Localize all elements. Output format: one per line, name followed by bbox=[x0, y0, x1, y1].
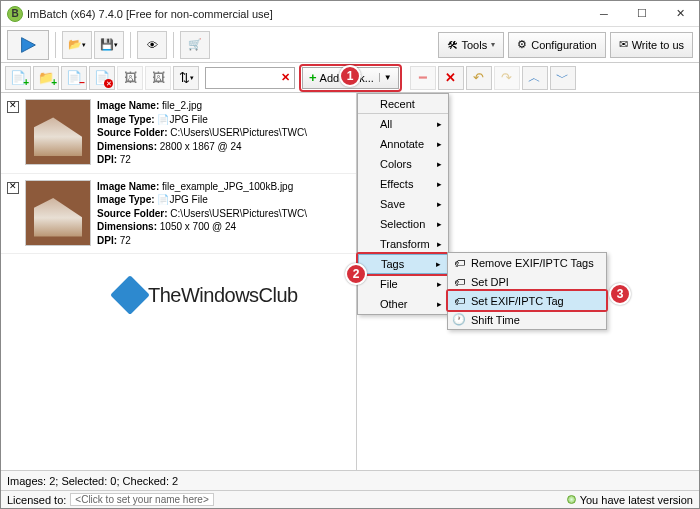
configuration-button[interactable]: ⚙Configuration bbox=[508, 32, 605, 58]
watermark: TheWindowsClub bbox=[116, 281, 298, 309]
eye-icon: 👁 bbox=[147, 39, 158, 51]
menu-annotate[interactable]: Annotate▸ bbox=[358, 134, 448, 154]
sort-button[interactable]: ⇅▾ bbox=[173, 66, 199, 90]
menu-file[interactable]: File▸ bbox=[358, 274, 448, 294]
search-input[interactable] bbox=[206, 72, 277, 84]
close-button[interactable]: ✕ bbox=[661, 1, 699, 26]
watermark-text: TheWindowsClub bbox=[148, 284, 298, 307]
remove-all-button[interactable]: 📄✕ bbox=[89, 66, 115, 90]
status-bar-license: Licensed to: <Click to set your name her… bbox=[1, 490, 699, 508]
remove-file-button[interactable]: 📄− bbox=[61, 66, 87, 90]
list-item[interactable]: Image Name: file_2.jpg Image Type: 📄JPG … bbox=[1, 93, 356, 174]
add-task-menu: Recent All▸ Annotate▸ Colors▸ Effects▸ S… bbox=[357, 93, 449, 315]
movedown-button[interactable]: ﹀ bbox=[550, 66, 576, 90]
file-list-pane: Image Name: file_2.jpg Image Type: 📄JPG … bbox=[1, 93, 357, 490]
checkbox[interactable] bbox=[7, 101, 19, 113]
delete-task-disabled: ━ bbox=[410, 66, 436, 90]
minimize-button[interactable]: ─ bbox=[585, 1, 623, 26]
secondary-toolbar: 📄+ 📁+ 📄− 📄✕ 🖼 🖼 ⇅▾ ✕ + Add Task... ▼ ━ ✕… bbox=[1, 63, 699, 93]
status-bar-info: Images: 2; Selected: 0; Checked: 2 bbox=[1, 470, 699, 490]
dropdown-icon[interactable]: ▼ bbox=[379, 73, 392, 82]
menu-recent[interactable]: Recent bbox=[358, 94, 448, 114]
license-name-field[interactable]: <Click to set your name here> bbox=[70, 493, 213, 506]
menu-tags-highlight: Tags▸ bbox=[356, 252, 450, 276]
run-button[interactable] bbox=[7, 30, 49, 60]
save-button[interactable]: 💾▾ bbox=[94, 31, 124, 59]
image-a-button[interactable]: 🖼 bbox=[117, 66, 143, 90]
image-b-button[interactable]: 🖼 bbox=[145, 66, 171, 90]
callout-2: 2 bbox=[345, 263, 367, 285]
submenu-remove-exif[interactable]: 🏷Remove EXIF/IPTC Tags bbox=[448, 253, 606, 272]
open-button[interactable]: 📂▾ bbox=[62, 31, 92, 59]
gear-icon: ⚙ bbox=[517, 38, 527, 51]
redo-button[interactable]: ↷ bbox=[494, 66, 520, 90]
tags-submenu: 🏷Remove EXIF/IPTC Tags 🏷Set DPI 🏷Set EXI… bbox=[447, 252, 607, 330]
cart-icon: 🛒 bbox=[188, 38, 202, 51]
thumbnail bbox=[25, 180, 91, 246]
menu-transform[interactable]: Transform▸ bbox=[358, 234, 448, 254]
clock-icon: 🕐 bbox=[452, 313, 466, 327]
moveup-button[interactable]: ︿ bbox=[522, 66, 548, 90]
submenu-shift-time[interactable]: 🕐Shift Time bbox=[448, 310, 606, 329]
delete-task-button[interactable]: ✕ bbox=[438, 66, 464, 90]
task-pane: Recent All▸ Annotate▸ Colors▸ Effects▸ S… bbox=[357, 93, 699, 490]
disk-icon: 💾 bbox=[100, 38, 114, 51]
mail-icon: ✉ bbox=[619, 38, 628, 51]
menu-other[interactable]: Other▸ bbox=[358, 294, 448, 314]
image-count-status: Images: 2; Selected: 0; Checked: 2 bbox=[7, 475, 178, 487]
menu-effects[interactable]: Effects▸ bbox=[358, 174, 448, 194]
file-info: Image Name: file_2.jpg Image Type: 📄JPG … bbox=[97, 99, 307, 167]
callout-1: 1 bbox=[339, 65, 361, 87]
main-toolbar: 📂▾ 💾▾ 👁 🛒 🛠Tools▾ ⚙Configuration ✉Write … bbox=[1, 27, 699, 63]
tools-button[interactable]: 🛠Tools▾ bbox=[438, 32, 505, 58]
titlebar: B ImBatch (x64) 7.4.0 [Free for non-comm… bbox=[1, 1, 699, 27]
version-status: You have latest version bbox=[567, 494, 693, 506]
menu-selection[interactable]: Selection▸ bbox=[358, 214, 448, 234]
app-icon: B bbox=[7, 6, 23, 22]
checkbox[interactable] bbox=[7, 182, 19, 194]
clear-search-icon[interactable]: ✕ bbox=[277, 71, 294, 84]
callout-3: 3 bbox=[609, 283, 631, 305]
add-file-button[interactable]: 📄+ bbox=[5, 66, 31, 90]
licensed-to-label: Licensed to: bbox=[7, 494, 66, 506]
tag-remove-icon: 🏷 bbox=[452, 256, 466, 270]
menu-save[interactable]: Save▸ bbox=[358, 194, 448, 214]
add-folder-button[interactable]: 📁+ bbox=[33, 66, 59, 90]
maximize-button[interactable]: ☐ bbox=[623, 1, 661, 26]
file-info: Image Name: file_example_JPG_100kB.jpg I… bbox=[97, 180, 307, 248]
search-box[interactable]: ✕ bbox=[205, 67, 295, 89]
write-to-us-button[interactable]: ✉Write to us bbox=[610, 32, 693, 58]
preview-button[interactable]: 👁 bbox=[137, 31, 167, 59]
tag-dpi-icon: 🏷 bbox=[452, 275, 466, 289]
tag-set-icon: 🏷 bbox=[452, 294, 466, 308]
folder-open-icon: 📂 bbox=[68, 38, 82, 51]
window-title: ImBatch (x64) 7.4.0 [Free for non-commer… bbox=[27, 8, 585, 20]
list-item[interactable]: Image Name: file_example_JPG_100kB.jpg I… bbox=[1, 174, 356, 255]
menu-tags[interactable]: Tags▸ bbox=[358, 254, 448, 274]
watermark-logo-icon bbox=[110, 275, 150, 315]
cart-button[interactable]: 🛒 bbox=[180, 31, 210, 59]
thumbnail bbox=[25, 99, 91, 165]
submenu-set-exif[interactable]: 🏷Set EXIF/IPTC Tag bbox=[448, 291, 606, 310]
wrench-icon: 🛠 bbox=[447, 39, 458, 51]
menu-colors[interactable]: Colors▸ bbox=[358, 154, 448, 174]
ok-icon bbox=[567, 495, 576, 504]
plus-icon: + bbox=[309, 70, 317, 85]
submenu-setexif-highlight: 🏷Set EXIF/IPTC Tag bbox=[446, 289, 608, 312]
menu-all[interactable]: All▸ bbox=[358, 114, 448, 134]
undo-button[interactable]: ↶ bbox=[466, 66, 492, 90]
